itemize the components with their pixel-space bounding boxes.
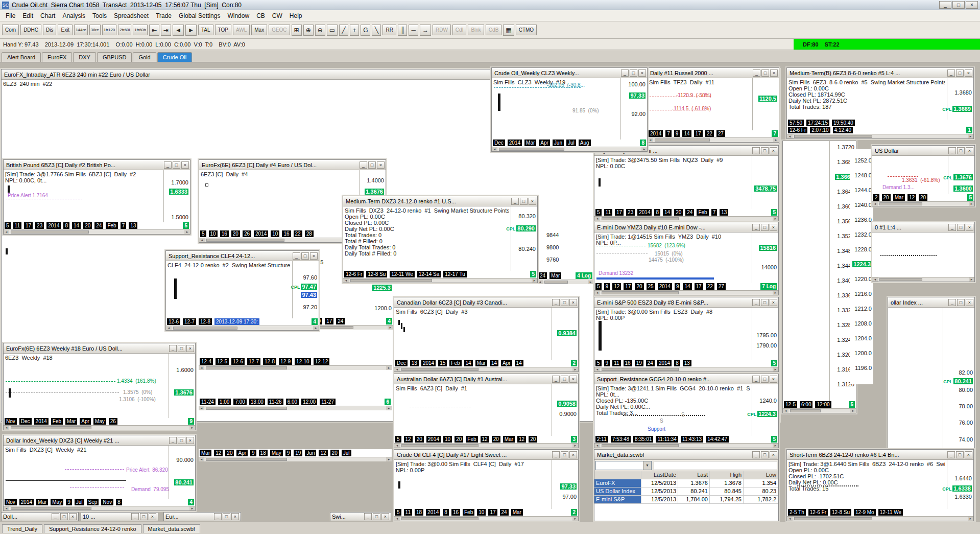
close-button[interactable]: × (966, 147, 973, 154)
zoom-out-icon[interactable]: ⊖ (315, 25, 325, 36)
chart-tab-eurofx[interactable]: EuroFX (42, 52, 72, 62)
chart-area[interactable]: [Sim] Trade: 1@14515 Sim Fills YMZ3 Dail… (594, 233, 778, 295)
window-title-bar[interactable]: Market_data.scwbf_□× (594, 450, 778, 460)
scroll-left-arrow-icon[interactable]: ◄ (594, 217, 600, 221)
scrollbar-thumb[interactable] (11, 426, 91, 429)
toolbar-button-ddhc[interactable]: DDHC (20, 25, 41, 35)
scrollbar-thumb[interactable] (206, 239, 284, 242)
horizontal-scrollbar[interactable]: ◄► (394, 516, 578, 521)
scroll-left-arrow-icon[interactable]: ◄ (783, 409, 788, 413)
window-title-bar[interactable]: E-mini S&P 500 ESZ3 Daily #8 E-mini S&P.… (594, 297, 778, 308)
minimize-button[interactable]: _ (52, 513, 59, 520)
scroll-right-arrow-icon[interactable]: ► (773, 138, 779, 142)
menu-item-trade[interactable]: Trade (152, 11, 175, 20)
toolbar-button-1fr120[interactable]: 1fr120 (102, 25, 117, 35)
scroll-left-arrow-icon[interactable]: ◄ (394, 367, 400, 372)
horizontal-scrollbar[interactable]: ◄► (594, 216, 778, 221)
minimize-button[interactable]: _ (552, 376, 560, 383)
window-title-bar[interactable]: Daily #11 Russell 2000 ..._□× (648, 68, 779, 78)
minimize-button[interactable]: _ (131, 513, 139, 520)
close-button[interactable]: × (569, 451, 577, 458)
menu-item-help[interactable]: Help (286, 11, 306, 20)
scroll-right-arrow-icon[interactable]: ► (588, 280, 593, 284)
scrollbar-thumb[interactable] (602, 291, 679, 294)
minimize-button[interactable]: _ (752, 299, 760, 306)
close-button[interactable]: × (770, 451, 777, 458)
maximize-button[interactable]: □ (761, 224, 769, 231)
scrollbar-thumb[interactable] (602, 217, 679, 220)
close-button[interactable]: × (770, 69, 778, 77)
chart-area[interactable]: [Sim] Trade: 3@1.7766 Sim Fills 6BZ3 [C]… (4, 170, 190, 234)
scroll-left-arrow-icon[interactable]: ◄ (199, 406, 204, 410)
chart-area[interactable]: Sim Fills 6CZ3 [C] Daily #30.9384Dec1320… (394, 308, 578, 372)
scroll-right-arrow-icon[interactable]: ► (969, 277, 974, 282)
window-title-bar[interactable]: Australian Dollar 6AZ3 [C] Daily #1 Aust… (394, 374, 578, 384)
trendline-tool-icon[interactable]: ╱ (339, 25, 348, 36)
chart-area[interactable]: 12-412-512-612-712-812-912-1012-12◄► (199, 358, 392, 370)
maximize-button[interactable]: □ (178, 345, 185, 352)
chart-area[interactable]: ▼LastDateLastHighLowEuroFX12/5/20131.367… (594, 460, 778, 521)
minimize-button[interactable]: _ (752, 224, 760, 231)
horizontal-scrollbar[interactable]: ◄► (4, 425, 195, 430)
close-button[interactable]: × (638, 69, 646, 77)
minimize-button[interactable]: _ (621, 69, 629, 77)
arrow-tool-icon[interactable]: → (420, 25, 431, 36)
scroll-left-arrow-icon[interactable]: ◄ (394, 444, 400, 448)
scroll-left-arrow-icon[interactable]: ◄ (4, 230, 9, 234)
minimize-button[interactable]: _ (164, 161, 172, 169)
close-button[interactable]: × (377, 161, 385, 169)
scroll-right-arrow-icon[interactable]: ► (386, 366, 392, 370)
chart-area[interactable]: [Sim] Trade: 3@1241.1 Sim Fills GCG4 20-… (594, 384, 778, 448)
maximize-button[interactable]: □ (178, 437, 185, 444)
window-title-bar[interactable]: Medium-Term(B) 6EZ3 8-6-0 renko #5 L:4 .… (787, 68, 973, 78)
app-minimize-button[interactable]: _ (939, 1, 951, 9)
maximize-button[interactable]: □ (957, 147, 965, 154)
window-title-bar[interactable]: Short-Term 6BZ3 24-12-0 renko #6 L:4 Bri… (787, 450, 973, 460)
close-button[interactable]: × (770, 224, 777, 231)
maximize-button[interactable]: □ (301, 252, 309, 260)
horizontal-scrollbar[interactable]: ◄► (4, 229, 190, 234)
window-title-bar[interactable]: EuroFx(6E) 6EZ3 Weekly #18 Euro / US Dol… (4, 343, 195, 354)
scroll-right-arrow-icon[interactable]: ► (386, 406, 392, 410)
scroll-left-arrow-icon[interactable]: ◄ (872, 202, 878, 206)
parallel-lines-tool-icon[interactable]: ║ (398, 25, 408, 36)
minimize-button[interactable]: _ (214, 513, 222, 520)
scroll-left-arrow-icon[interactable]: ◄ (492, 147, 497, 151)
symbol-dropdown[interactable]: ▼ (595, 461, 652, 470)
zoom-in-icon[interactable]: ⊕ (303, 25, 314, 36)
close-button[interactable]: × (231, 513, 239, 520)
toolbar-button-rr[interactable]: RR (383, 25, 396, 35)
chart-area[interactable]: Sim Fills DXZ3 [C] Weekly #21Price Alert… (4, 446, 195, 510)
close-button[interactable]: × (186, 437, 194, 444)
maximize-button[interactable]: □ (520, 198, 528, 205)
menu-item-window[interactable]: Window (224, 11, 253, 20)
scroll-right-arrow-icon[interactable]: ► (968, 517, 973, 521)
scroll-right-arrow-icon[interactable]: ► (773, 291, 778, 295)
toolbar-button-exit[interactable]: Exit (58, 25, 73, 35)
scroll-right-arrow-icon[interactable]: ► (386, 457, 392, 461)
scroll-right-arrow-icon[interactable]: ► (969, 202, 974, 206)
toolbar-button-geoc[interactable]: GEOC (269, 25, 290, 35)
scroll-left-arrow-icon[interactable]: ◄ (787, 517, 793, 521)
scroll-left-arrow-icon[interactable]: ◄ (4, 426, 9, 430)
maximize-button[interactable]: □ (373, 513, 380, 520)
horizontal-scrollbar[interactable]: ◄► (313, 325, 393, 330)
rectangle-tool-icon[interactable]: ▭ (327, 25, 338, 36)
scroll-left-arrow-icon[interactable]: ◄ (787, 134, 793, 138)
minimize-button[interactable]: _ (948, 147, 956, 154)
scroll-left-arrow-icon[interactable]: ◄ (199, 457, 204, 461)
scrollbar-thumb[interactable] (544, 281, 568, 284)
toolbar-button-blnk[interactable]: Blnk (468, 25, 484, 35)
chart-tab-gbpusd[interactable]: GBPUSD (97, 52, 132, 62)
maximize-button[interactable]: □ (561, 451, 568, 458)
horizontal-scrollbar[interactable]: ◄► (199, 457, 392, 461)
jump-start-icon[interactable]: ⇤ (149, 25, 159, 36)
maximize-button[interactable]: □ (761, 376, 769, 383)
scrollbar-thumb[interactable] (11, 230, 89, 234)
close-button[interactable]: × (770, 376, 777, 383)
window-title-bar[interactable]: 0 #1 L:4 ..._□× (872, 222, 974, 233)
minimize-button[interactable]: _ (364, 513, 372, 520)
chart-area[interactable]: Sim Fills DXZ3 24-12-0 renko #1 Swing Ma… (343, 206, 537, 283)
toolbar-button-144re[interactable]: 144re (74, 25, 87, 35)
bottom-tab-market-data-scwbf[interactable]: Market_data.scwbf (143, 524, 200, 533)
